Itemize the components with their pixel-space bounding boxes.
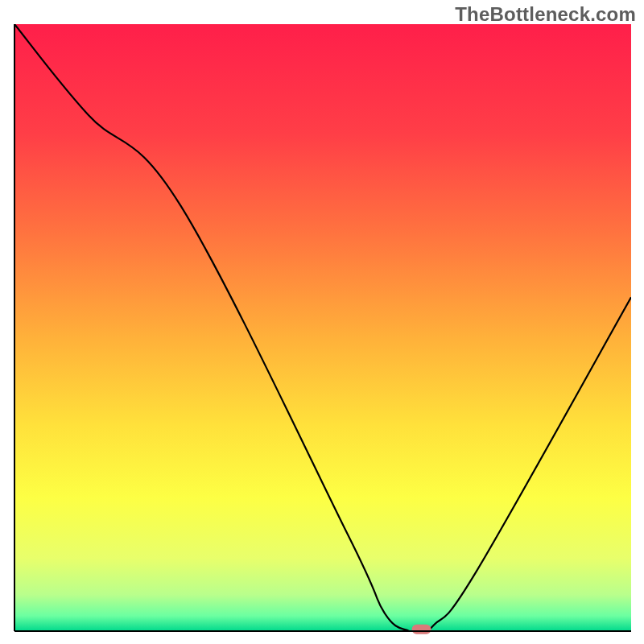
watermark-label: TheBottleneck.com [455,3,636,26]
minimum-marker [412,625,431,634]
bottleneck-chart [0,0,644,644]
chart-container: TheBottleneck.com [0,0,644,644]
chart-background-gradient [14,24,631,631]
